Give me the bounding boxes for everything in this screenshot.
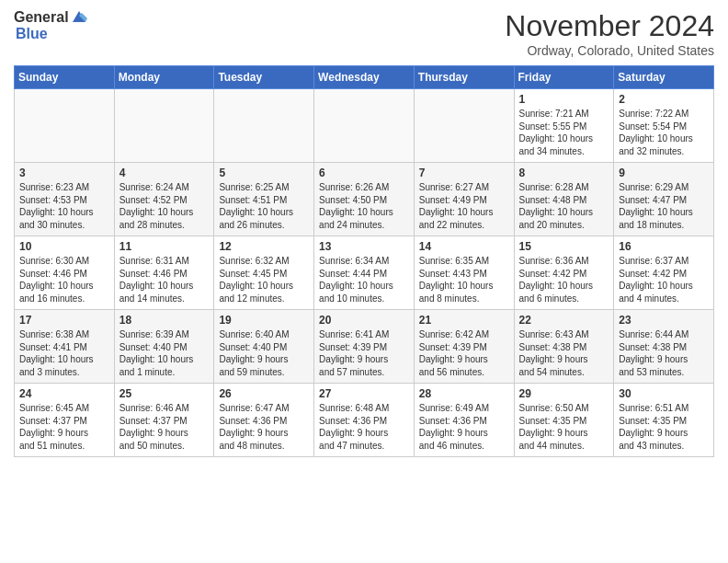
day-number: 22 — [519, 314, 609, 327]
calendar-cell: 16Sunrise: 6:37 AM Sunset: 4:42 PM Dayli… — [614, 236, 714, 310]
calendar-week-row: 3Sunrise: 6:23 AM Sunset: 4:53 PM Daylig… — [15, 163, 714, 236]
calendar-cell: 28Sunrise: 6:49 AM Sunset: 4:36 PM Dayli… — [414, 384, 514, 457]
calendar-cell: 29Sunrise: 6:50 AM Sunset: 4:35 PM Dayli… — [514, 384, 614, 457]
day-number: 10 — [19, 240, 109, 253]
calendar-cell — [314, 89, 415, 163]
day-number: 16 — [619, 240, 709, 253]
calendar-cell — [214, 89, 314, 163]
day-info: Sunrise: 6:51 AM Sunset: 4:35 PM Dayligh… — [619, 402, 709, 452]
logo-blue-text: Blue — [16, 26, 48, 42]
calendar-week-row: 10Sunrise: 6:30 AM Sunset: 4:46 PM Dayli… — [15, 236, 714, 310]
calendar-cell: 7Sunrise: 6:27 AM Sunset: 4:49 PM Daylig… — [414, 163, 514, 236]
calendar-cell: 5Sunrise: 6:25 AM Sunset: 4:51 PM Daylig… — [214, 163, 314, 236]
day-info: Sunrise: 6:35 AM Sunset: 4:43 PM Dayligh… — [419, 255, 509, 304]
day-info: Sunrise: 6:39 AM Sunset: 4:40 PM Dayligh… — [119, 328, 210, 378]
calendar-cell: 12Sunrise: 6:32 AM Sunset: 4:45 PM Dayli… — [214, 236, 314, 310]
day-info: Sunrise: 6:37 AM Sunset: 4:42 PM Dayligh… — [619, 255, 709, 304]
weekday-header: Thursday — [414, 66, 514, 89]
title-block: November 2024 Ordway, Colorado, United S… — [505, 9, 714, 58]
day-info: Sunrise: 6:36 AM Sunset: 4:42 PM Dayligh… — [519, 255, 609, 304]
weekday-header: Wednesday — [314, 66, 415, 89]
calendar-cell: 27Sunrise: 6:48 AM Sunset: 4:36 PM Dayli… — [314, 384, 415, 457]
day-number: 29 — [519, 387, 609, 400]
day-number: 14 — [419, 240, 509, 253]
day-number: 21 — [419, 314, 509, 327]
day-number: 18 — [119, 314, 210, 327]
calendar-cell: 3Sunrise: 6:23 AM Sunset: 4:53 PM Daylig… — [15, 163, 115, 236]
day-number: 7 — [419, 167, 509, 179]
calendar-cell: 2Sunrise: 7:22 AM Sunset: 5:54 PM Daylig… — [614, 89, 714, 163]
day-number: 8 — [519, 167, 609, 179]
day-info: Sunrise: 6:46 AM Sunset: 4:37 PM Dayligh… — [119, 402, 210, 452]
day-number: 20 — [319, 314, 409, 327]
day-info: Sunrise: 6:25 AM Sunset: 4:51 PM Dayligh… — [219, 181, 309, 231]
calendar-cell: 17Sunrise: 6:38 AM Sunset: 4:41 PM Dayli… — [15, 310, 115, 384]
weekday-header: Saturday — [614, 66, 714, 89]
logo: General Blue — [14, 9, 87, 42]
calendar-cell: 25Sunrise: 6:46 AM Sunset: 4:37 PM Dayli… — [114, 384, 214, 457]
day-number: 24 — [19, 387, 109, 400]
day-number: 3 — [19, 167, 109, 179]
calendar-cell: 19Sunrise: 6:40 AM Sunset: 4:40 PM Dayli… — [214, 310, 314, 384]
day-info: Sunrise: 6:23 AM Sunset: 4:53 PM Dayligh… — [19, 181, 109, 231]
day-number: 15 — [519, 240, 609, 253]
page-header: General Blue November 2024 Ordway, Color… — [14, 9, 714, 58]
weekday-header: Friday — [514, 66, 614, 89]
day-info: Sunrise: 6:24 AM Sunset: 4:52 PM Dayligh… — [119, 181, 210, 231]
calendar-cell: 30Sunrise: 6:51 AM Sunset: 4:35 PM Dayli… — [614, 384, 714, 457]
weekday-header: Sunday — [15, 66, 115, 89]
day-info: Sunrise: 6:41 AM Sunset: 4:39 PM Dayligh… — [319, 328, 409, 378]
location-subtitle: Ordway, Colorado, United States — [505, 43, 714, 58]
calendar-cell: 4Sunrise: 6:24 AM Sunset: 4:52 PM Daylig… — [114, 163, 214, 236]
calendar-cell: 15Sunrise: 6:36 AM Sunset: 4:42 PM Dayli… — [514, 236, 614, 310]
day-info: Sunrise: 6:29 AM Sunset: 4:47 PM Dayligh… — [619, 181, 709, 231]
day-info: Sunrise: 6:42 AM Sunset: 4:39 PM Dayligh… — [419, 328, 509, 378]
day-number: 12 — [219, 240, 309, 253]
day-info: Sunrise: 6:30 AM Sunset: 4:46 PM Dayligh… — [19, 255, 109, 304]
day-info: Sunrise: 6:31 AM Sunset: 4:46 PM Dayligh… — [119, 255, 210, 304]
day-info: Sunrise: 6:49 AM Sunset: 4:36 PM Dayligh… — [419, 402, 509, 452]
day-number: 4 — [119, 167, 210, 179]
day-info: Sunrise: 6:32 AM Sunset: 4:45 PM Dayligh… — [219, 255, 309, 304]
day-number: 17 — [19, 314, 109, 327]
calendar-cell: 9Sunrise: 6:29 AM Sunset: 4:47 PM Daylig… — [614, 163, 714, 236]
day-number: 25 — [119, 387, 210, 400]
day-info: Sunrise: 6:26 AM Sunset: 4:50 PM Dayligh… — [319, 181, 409, 231]
calendar-cell — [15, 89, 115, 163]
calendar-week-row: 24Sunrise: 6:45 AM Sunset: 4:37 PM Dayli… — [15, 384, 714, 457]
calendar-week-row: 17Sunrise: 6:38 AM Sunset: 4:41 PM Dayli… — [15, 310, 714, 384]
day-info: Sunrise: 6:38 AM Sunset: 4:41 PM Dayligh… — [19, 328, 109, 378]
day-number: 1 — [519, 93, 609, 106]
day-number: 26 — [219, 387, 309, 400]
day-info: Sunrise: 6:40 AM Sunset: 4:40 PM Dayligh… — [219, 328, 309, 378]
weekday-header: Monday — [114, 66, 214, 89]
day-number: 9 — [619, 167, 709, 179]
calendar-cell: 6Sunrise: 6:26 AM Sunset: 4:50 PM Daylig… — [314, 163, 415, 236]
weekday-header-row: SundayMondayTuesdayWednesdayThursdayFrid… — [15, 66, 714, 89]
day-info: Sunrise: 6:34 AM Sunset: 4:44 PM Dayligh… — [319, 255, 409, 304]
calendar-table: SundayMondayTuesdayWednesdayThursdayFrid… — [14, 65, 714, 457]
day-number: 6 — [319, 167, 409, 179]
day-info: Sunrise: 7:22 AM Sunset: 5:54 PM Dayligh… — [619, 108, 709, 157]
day-info: Sunrise: 7:21 AM Sunset: 5:55 PM Dayligh… — [519, 108, 609, 157]
calendar-cell: 11Sunrise: 6:31 AM Sunset: 4:46 PM Dayli… — [114, 236, 214, 310]
calendar-cell: 21Sunrise: 6:42 AM Sunset: 4:39 PM Dayli… — [414, 310, 514, 384]
day-info: Sunrise: 6:48 AM Sunset: 4:36 PM Dayligh… — [319, 402, 409, 452]
day-info: Sunrise: 6:43 AM Sunset: 4:38 PM Dayligh… — [519, 328, 609, 378]
calendar-cell: 20Sunrise: 6:41 AM Sunset: 4:39 PM Dayli… — [314, 310, 415, 384]
calendar-cell: 24Sunrise: 6:45 AM Sunset: 4:37 PM Dayli… — [15, 384, 115, 457]
day-number: 23 — [619, 314, 709, 327]
day-info: Sunrise: 6:50 AM Sunset: 4:35 PM Dayligh… — [519, 402, 609, 452]
calendar-cell: 23Sunrise: 6:44 AM Sunset: 4:38 PM Dayli… — [614, 310, 714, 384]
calendar-cell: 1Sunrise: 7:21 AM Sunset: 5:55 PM Daylig… — [514, 89, 614, 163]
calendar-cell: 26Sunrise: 6:47 AM Sunset: 4:36 PM Dayli… — [214, 384, 314, 457]
day-number: 19 — [219, 314, 309, 327]
month-title: November 2024 — [505, 9, 714, 43]
day-number: 27 — [319, 387, 409, 400]
day-number: 13 — [319, 240, 409, 253]
calendar-cell: 22Sunrise: 6:43 AM Sunset: 4:38 PM Dayli… — [514, 310, 614, 384]
day-number: 5 — [219, 167, 309, 179]
calendar-cell: 8Sunrise: 6:28 AM Sunset: 4:48 PM Daylig… — [514, 163, 614, 236]
day-info: Sunrise: 6:47 AM Sunset: 4:36 PM Dayligh… — [219, 402, 309, 452]
calendar-cell — [414, 89, 514, 163]
